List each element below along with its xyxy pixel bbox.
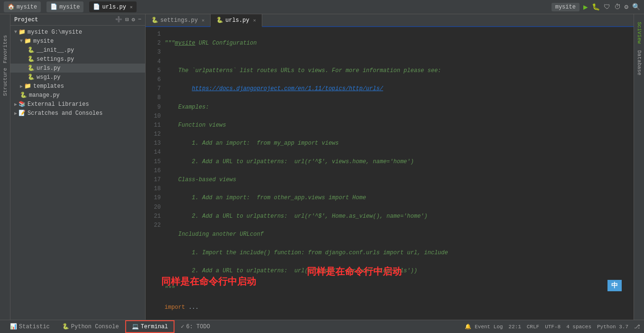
editor-area: 🐍 settings.py ✕ 🐍 urls.py ✕ 12345 678910… [146,14,634,320]
line-numbers: 12345 678910 1112131415 1617181920 2122 [146,29,165,320]
tree-item-manage[interactable]: 🐍 manage.py [10,91,145,100]
close-tab-icon[interactable]: ✕ [130,4,133,10]
debug-button[interactable]: 🐛 [592,3,600,11]
tree-item-init[interactable]: 🐍 __init__.py [10,46,145,55]
line-ending: CRLF [527,324,539,330]
todo-tab[interactable]: ✓ 6: TODO [175,321,216,333]
close-settings-tab[interactable]: ✕ [202,18,204,23]
add-icon[interactable]: ➕ [115,16,122,23]
event-log[interactable]: 🔔 Event Log [465,324,503,330]
expand-arrow-scratches: ▶ [14,111,17,116]
py-icon-urls: 🐍 [28,65,35,72]
tree-item-external-libs[interactable]: ▶ 📚 External Libraries [10,100,145,109]
statistic-tab[interactable]: 📊 Statistic [4,321,56,333]
search-button[interactable]: 🔍 [632,3,640,11]
sidebar-header: Project ➕ ⊟ ⚙ − [10,14,145,26]
code-content: """mysite URL Configuration The `urlpatt… [165,29,634,320]
terminal-tab[interactable]: 💻 Terminal [125,320,175,333]
home-icon: 🏠 [8,3,15,10]
coverage-button[interactable]: 🛡 [604,3,610,11]
settings-button[interactable]: ⚙ [625,3,628,11]
collapse-icon[interactable]: ⊟ [125,16,129,23]
database-tab[interactable]: Database [635,47,643,78]
sciview-tab[interactable]: SciView [635,19,643,46]
libs-icon: 📚 [18,101,26,108]
python-console-icon: 🐍 [62,323,69,330]
sidebar-icons: ➕ ⊟ ⚙ − [115,16,141,23]
git-icon: ⎇ [634,324,640,330]
structure-tab[interactable]: Structure [1,66,9,98]
editor-tab-urls[interactable]: 🐍 urls.py ✕ [211,14,262,27]
todo-icon: ✓ [181,323,184,330]
main-layout: Favorites Structure Project ➕ ⊟ ⚙ − ▼ 📁 … [0,14,644,320]
editor-tabs: 🐍 settings.py ✕ 🐍 urls.py ✕ [146,14,634,27]
language-info: Python 3.7 [597,324,628,330]
py-icon-init: 🐍 [28,46,35,54]
expand-arrow-templates: ▶ [20,83,23,89]
tree-item-templates[interactable]: ▶ 📁 templates [10,82,145,91]
close-urls-tab[interactable]: ✕ [253,18,256,23]
code-editor[interactable]: 12345 678910 1112131415 1617181920 2122 … [146,27,634,320]
terminal-icon: 💻 [132,323,139,330]
cursor-position: 22:1 [508,324,521,330]
tree-item-mysite[interactable]: ▼ 📁 mysite [10,37,145,46]
settings-icon[interactable]: ⚙ [132,16,135,23]
toolbar-right: mysite ▶ 🐛 🛡 ⏱ ⚙ 🔍 [552,2,640,12]
indent-info: 4 spaces [566,324,591,330]
file-icon: 📄 [50,3,57,10]
settings-tab-icon: 🐍 [151,17,158,24]
tab-urls-py[interactable]: 📄 urls.py ✕ [89,1,136,12]
tab-mysite-file[interactable]: 📄 mysite [46,1,83,12]
tree-item-urls[interactable]: 🐍 urls.py [10,64,145,73]
left-edge-panel: Favorites Structure [0,14,10,320]
file-icon-urls: 📄 [93,3,100,10]
project-tree: ▼ 📁 mysite G:\mysite ▼ 📁 mysite 🐍 __init… [10,26,145,320]
tree-item-scratches[interactable]: ▶ 📝 Scratches and Consoles [10,109,145,118]
scratches-icon: 📝 [18,110,26,117]
py-icon-wsgi: 🐍 [28,74,35,81]
profile-button[interactable]: ⏱ [614,3,621,11]
tree-item-root[interactable]: ▼ 📁 mysite G:\mysite [10,28,145,37]
tree-item-wsgi[interactable]: 🐍 wsgi.py [10,73,145,82]
editor-tab-settings[interactable]: 🐍 settings.py ✕ [146,14,211,26]
py-icon-settings: 🐍 [28,56,35,63]
folder-icon-mysite: 📁 [24,37,31,45]
title-bar: 🏠 mysite 📄 mysite 📄 urls.py ✕ mysite ▶ 🐛… [0,0,644,14]
sidebar-title: Project [14,17,112,23]
favorites-tab[interactable]: Favorites [1,33,9,65]
editor-wrapper: 🐍 settings.py ✕ 🐍 urls.py ✕ 12345 678910… [146,14,644,320]
project-sidebar: Project ➕ ⊟ ⚙ − ▼ 📁 mysite G:\mysite ▼ 📁… [10,14,146,320]
folder-icon-root: 📁 [18,28,26,36]
python-console-tab[interactable]: 🐍 Python Console [56,321,125,333]
statistic-icon: 📊 [10,323,17,330]
close-sidebar-icon[interactable]: − [138,16,141,23]
charset: UTF-8 [545,324,561,330]
bottom-tabs-bar: 📊 Statistic 🐍 Python Console 💻 Terminal … [0,320,644,333]
run-button[interactable]: ▶ [583,2,588,12]
status-bar: 🔔 Event Log 22:1 CRLF UTF-8 4 spaces Pyt… [465,324,640,330]
folder-icon-templates: 📁 [24,83,31,90]
run-config-label: mysite [552,3,580,11]
py-icon-manage: 🐍 [20,92,27,99]
urls-tab-icon: 🐍 [216,17,223,24]
expand-arrow-libs: ▶ [14,102,17,107]
right-edge-panel: SciView Database [634,14,644,320]
tab-mysite-home[interactable]: 🏠 mysite [4,1,41,12]
expand-arrow: ▼ [14,29,17,35]
tree-item-settings[interactable]: 🐍 settings.py [10,55,145,64]
expand-arrow-mysite: ▼ [20,38,23,44]
chinese-ime-badge: 中 [607,280,622,291]
